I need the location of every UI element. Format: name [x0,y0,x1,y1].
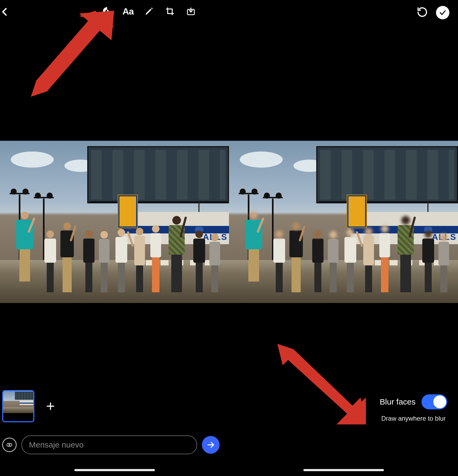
blur-faces-toggle[interactable] [421,394,447,409]
message-input[interactable]: Mensaje nuevo [21,435,197,454]
add-attachment-button[interactable] [45,401,56,412]
attachment-thumbnails [2,390,56,422]
annotation-arrow-icon [15,11,114,99]
confirm-button[interactable] [436,6,449,19]
home-indicator [74,469,155,471]
svg-marker-8 [31,11,114,97]
blur-hint: Draw anywhere to blur [381,415,446,422]
editor-panel-left: Aa ALLS [0,0,229,476]
blur-faces-label: Blur faces [380,397,416,406]
top-actions [417,6,449,19]
svg-marker-11 [336,398,366,424]
annotation-arrow-icon [277,344,366,424]
edited-photo-blurred[interactable]: ALLS [229,141,458,303]
undo-button[interactable] [417,6,428,19]
draw-tool-icon[interactable] [144,6,154,16]
svg-marker-10 [277,344,366,424]
blur-controls: Blur faces Draw anywhere to blur [380,394,447,422]
attachment-thumbnail[interactable] [2,390,34,422]
text-tool-icon[interactable]: Aa [123,6,133,16]
crop-tool-icon[interactable] [165,6,175,16]
editor-toolbar: Aa [0,4,229,19]
edited-photo[interactable]: ALLS [0,141,229,303]
editor-panel-right: ALLS [229,0,458,476]
home-indicator [303,469,384,471]
message-placeholder: Mensaje nuevo [29,440,83,449]
save-tool-icon[interactable] [186,6,196,16]
back-button[interactable] [0,6,10,19]
blur-tool-icon[interactable] [102,6,112,16]
message-bar: Mensaje nuevo [2,435,220,455]
send-button[interactable] [202,436,220,454]
view-once-icon[interactable] [2,438,17,452]
